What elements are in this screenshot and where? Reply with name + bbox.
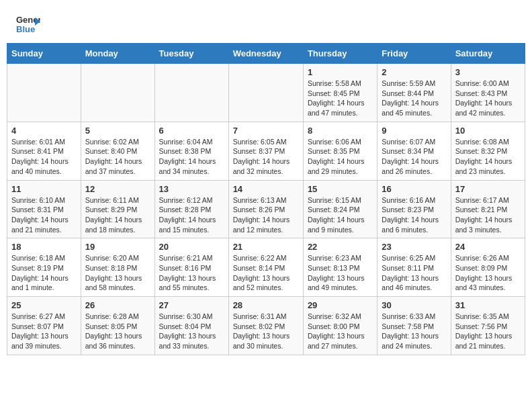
calendar-cell: 14Sunrise: 6:13 AM Sunset: 8:26 PM Dayli…: [228, 180, 303, 238]
calendar-cell: 25Sunrise: 6:27 AM Sunset: 8:07 PM Dayli…: [7, 297, 81, 355]
day-number: 29: [308, 300, 373, 310]
day-number: 21: [233, 242, 299, 252]
calendar-cell: 17Sunrise: 6:17 AM Sunset: 8:21 PM Dayli…: [451, 180, 525, 238]
header-row: SundayMondayTuesdayWednesdayThursdayFrid…: [7, 44, 525, 64]
day-info: Sunrise: 6:17 AM Sunset: 8:21 PM Dayligh…: [455, 195, 521, 235]
calendar-cell: 6Sunrise: 6:04 AM Sunset: 8:38 PM Daylig…: [154, 122, 228, 180]
calendar-cell: [81, 64, 154, 122]
calendar-cell: 24Sunrise: 6:26 AM Sunset: 8:09 PM Dayli…: [451, 238, 525, 297]
calendar-cell: 23Sunrise: 6:25 AM Sunset: 8:11 PM Dayli…: [378, 238, 451, 297]
day-number: 25: [11, 300, 77, 310]
calendar-cell: 15Sunrise: 6:15 AM Sunset: 8:24 PM Dayli…: [303, 180, 377, 238]
day-number: 30: [382, 300, 446, 310]
calendar-cell: 30Sunrise: 6:33 AM Sunset: 7:58 PM Dayli…: [378, 297, 451, 355]
calendar-cell: 27Sunrise: 6:30 AM Sunset: 8:04 PM Dayli…: [154, 297, 228, 355]
day-info: Sunrise: 6:21 AM Sunset: 8:16 PM Dayligh…: [159, 253, 224, 293]
calendar-cell: 21Sunrise: 6:22 AM Sunset: 8:14 PM Dayli…: [228, 238, 303, 297]
day-number: 2: [382, 67, 446, 77]
day-number: 8: [308, 126, 373, 136]
week-row-3: 11Sunrise: 6:10 AM Sunset: 8:31 PM Dayli…: [7, 180, 525, 238]
day-number: 10: [455, 126, 521, 136]
day-info: Sunrise: 6:20 AM Sunset: 8:18 PM Dayligh…: [85, 253, 150, 293]
day-number: 31: [455, 300, 521, 310]
calendar-cell: 8Sunrise: 6:06 AM Sunset: 8:35 PM Daylig…: [303, 122, 377, 180]
calendar-cell: 26Sunrise: 6:28 AM Sunset: 8:05 PM Dayli…: [81, 297, 154, 355]
week-row-4: 18Sunrise: 6:18 AM Sunset: 8:19 PM Dayli…: [7, 238, 525, 297]
day-info: Sunrise: 6:06 AM Sunset: 8:35 PM Dayligh…: [308, 137, 373, 177]
day-info: Sunrise: 6:13 AM Sunset: 8:26 PM Dayligh…: [233, 195, 299, 235]
calendar-cell: 18Sunrise: 6:18 AM Sunset: 8:19 PM Dayli…: [7, 238, 81, 297]
calendar-cell: 16Sunrise: 6:16 AM Sunset: 8:23 PM Dayli…: [378, 180, 451, 238]
week-row-5: 25Sunrise: 6:27 AM Sunset: 8:07 PM Dayli…: [7, 297, 525, 355]
day-header-sunday: Sunday: [7, 44, 81, 64]
day-number: 19: [85, 242, 150, 252]
day-number: 7: [233, 126, 299, 136]
day-number: 23: [382, 242, 446, 252]
day-info: Sunrise: 5:58 AM Sunset: 8:45 PM Dayligh…: [308, 79, 373, 118]
day-info: Sunrise: 6:23 AM Sunset: 8:13 PM Dayligh…: [308, 253, 373, 293]
day-number: 13: [159, 184, 224, 194]
day-info: Sunrise: 6:15 AM Sunset: 8:24 PM Dayligh…: [308, 195, 373, 235]
calendar-cell: [7, 64, 81, 122]
day-header-friday: Friday: [378, 44, 451, 64]
logo-icon: General Blue: [16, 12, 40, 36]
calendar-cell: 3Sunrise: 6:00 AM Sunset: 8:43 PM Daylig…: [451, 64, 525, 122]
calendar-cell: 2Sunrise: 5:59 AM Sunset: 8:44 PM Daylig…: [378, 64, 451, 122]
day-info: Sunrise: 6:11 AM Sunset: 8:29 PM Dayligh…: [85, 195, 150, 235]
day-number: 24: [455, 242, 521, 252]
day-number: 3: [455, 67, 521, 77]
day-number: 26: [85, 300, 150, 310]
day-header-thursday: Thursday: [303, 44, 377, 64]
day-number: 1: [308, 67, 373, 77]
day-info: Sunrise: 6:28 AM Sunset: 8:05 PM Dayligh…: [85, 312, 150, 351]
day-info: Sunrise: 6:25 AM Sunset: 8:11 PM Dayligh…: [382, 253, 446, 293]
day-header-saturday: Saturday: [451, 44, 525, 64]
logo: General Blue: [16, 12, 46, 36]
calendar-cell: 1Sunrise: 5:58 AM Sunset: 8:45 PM Daylig…: [303, 64, 377, 122]
day-number: 6: [159, 126, 224, 136]
calendar-table: SundayMondayTuesdayWednesdayThursdayFrid…: [7, 43, 525, 355]
day-info: Sunrise: 6:32 AM Sunset: 8:00 PM Dayligh…: [308, 312, 373, 351]
day-number: 22: [308, 242, 373, 252]
calendar-cell: 9Sunrise: 6:07 AM Sunset: 8:34 PM Daylig…: [378, 122, 451, 180]
day-header-monday: Monday: [81, 44, 154, 64]
day-number: 15: [308, 184, 373, 194]
day-info: Sunrise: 6:10 AM Sunset: 8:31 PM Dayligh…: [11, 195, 77, 235]
calendar-cell: 13Sunrise: 6:12 AM Sunset: 8:28 PM Dayli…: [154, 180, 228, 238]
day-info: Sunrise: 6:12 AM Sunset: 8:28 PM Dayligh…: [159, 195, 224, 235]
week-row-1: 1Sunrise: 5:58 AM Sunset: 8:45 PM Daylig…: [7, 64, 525, 122]
calendar-cell: [154, 64, 228, 122]
day-info: Sunrise: 6:00 AM Sunset: 8:43 PM Dayligh…: [455, 79, 521, 118]
day-info: Sunrise: 6:33 AM Sunset: 7:58 PM Dayligh…: [382, 312, 446, 351]
day-info: Sunrise: 6:04 AM Sunset: 8:38 PM Dayligh…: [159, 137, 224, 177]
calendar-cell: 12Sunrise: 6:11 AM Sunset: 8:29 PM Dayli…: [81, 180, 154, 238]
day-info: Sunrise: 6:16 AM Sunset: 8:23 PM Dayligh…: [382, 195, 446, 235]
calendar-cell: 4Sunrise: 6:01 AM Sunset: 8:41 PM Daylig…: [7, 122, 81, 180]
day-number: 11: [11, 184, 77, 194]
day-info: Sunrise: 6:27 AM Sunset: 8:07 PM Dayligh…: [11, 312, 77, 351]
day-number: 9: [382, 126, 446, 136]
calendar-cell: 7Sunrise: 6:05 AM Sunset: 8:37 PM Daylig…: [228, 122, 303, 180]
calendar-cell: 11Sunrise: 6:10 AM Sunset: 8:31 PM Dayli…: [7, 180, 81, 238]
day-number: 5: [85, 126, 150, 136]
day-number: 4: [11, 126, 77, 136]
calendar-cell: [228, 64, 303, 122]
calendar-wrapper: SundayMondayTuesdayWednesdayThursdayFrid…: [0, 43, 532, 362]
calendar-cell: 20Sunrise: 6:21 AM Sunset: 8:16 PM Dayli…: [154, 238, 228, 297]
calendar-cell: 5Sunrise: 6:02 AM Sunset: 8:40 PM Daylig…: [81, 122, 154, 180]
day-header-wednesday: Wednesday: [228, 44, 303, 64]
day-number: 17: [455, 184, 521, 194]
day-info: Sunrise: 6:22 AM Sunset: 8:14 PM Dayligh…: [233, 253, 299, 293]
day-info: Sunrise: 6:31 AM Sunset: 8:02 PM Dayligh…: [233, 312, 299, 351]
calendar-cell: 19Sunrise: 6:20 AM Sunset: 8:18 PM Dayli…: [81, 238, 154, 297]
day-info: Sunrise: 6:35 AM Sunset: 7:56 PM Dayligh…: [455, 312, 521, 351]
day-info: Sunrise: 6:30 AM Sunset: 8:04 PM Dayligh…: [159, 312, 224, 351]
calendar-cell: 22Sunrise: 6:23 AM Sunset: 8:13 PM Dayli…: [303, 238, 377, 297]
day-info: Sunrise: 6:26 AM Sunset: 8:09 PM Dayligh…: [455, 253, 521, 293]
day-header-tuesday: Tuesday: [154, 44, 228, 64]
calendar-cell: 29Sunrise: 6:32 AM Sunset: 8:00 PM Dayli…: [303, 297, 377, 355]
day-number: 18: [11, 242, 77, 252]
svg-text:Blue: Blue: [16, 24, 35, 34]
day-info: Sunrise: 6:18 AM Sunset: 8:19 PM Dayligh…: [11, 253, 77, 293]
day-number: 14: [233, 184, 299, 194]
